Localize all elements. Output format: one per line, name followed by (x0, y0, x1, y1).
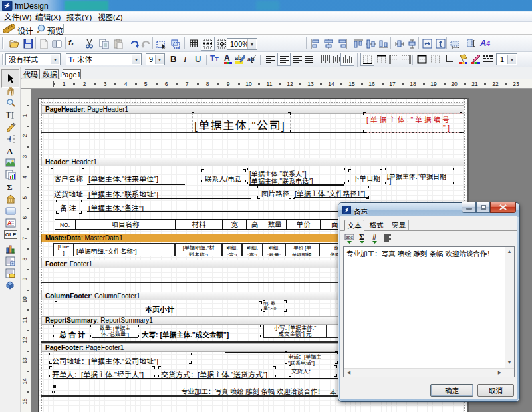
svg-text:ab: ab (247, 56, 255, 63)
svg-text:#: # (372, 233, 376, 241)
svg-text:T: T (6, 110, 11, 120)
svg-text:A: A (224, 54, 230, 63)
svg-text:abc: abc (346, 235, 353, 240)
svg-text:Σ: Σ (359, 233, 364, 242)
